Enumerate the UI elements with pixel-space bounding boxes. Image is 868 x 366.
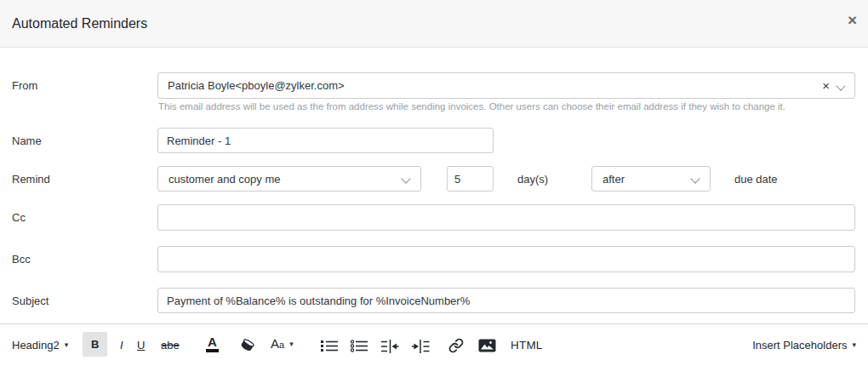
automated-reminders-dialog: Automated Reminders × From Patricia Boyl…: [0, 0, 868, 366]
strikethrough-button[interactable]: abe: [161, 340, 180, 351]
bullet-list-button[interactable]: [321, 340, 338, 356]
bcc-label: Bcc: [12, 253, 31, 266]
remind-when-value: after: [602, 173, 625, 186]
chevron-down-icon: [836, 81, 845, 90]
font-style-dropdown[interactable]: Aa▾: [271, 337, 294, 350]
insert-placeholders-label: Insert Placeholders: [752, 339, 847, 352]
outdent-icon: [381, 340, 399, 353]
heading-value: Heading2: [12, 339, 60, 352]
underline-button[interactable]: U: [137, 340, 145, 351]
chevron-down-icon: [690, 174, 700, 183]
bold-button[interactable]: B: [83, 332, 107, 357]
remind-when-select[interactable]: after: [591, 166, 711, 192]
name-input[interactable]: [157, 128, 494, 153]
background-color-button[interactable]: [239, 337, 256, 356]
caret-down-icon: ▾: [65, 340, 69, 349]
link-icon: [448, 338, 464, 353]
days-unit-label: day(s): [517, 173, 548, 186]
heading-dropdown[interactable]: Heading2▾: [12, 340, 68, 351]
due-date-label: due date: [734, 173, 778, 186]
remind-days-input[interactable]: [447, 166, 494, 192]
font-style-large: A: [271, 336, 279, 351]
from-label: From: [12, 79, 37, 92]
paint-bucket-icon: [239, 337, 256, 352]
insert-placeholders-dropdown[interactable]: Insert Placeholders▾: [752, 340, 856, 351]
bcc-input[interactable]: [157, 246, 855, 272]
from-helper-text: This email address will be used as the f…: [158, 101, 785, 112]
bullet-list-icon: [321, 340, 338, 352]
italic-button[interactable]: I: [120, 340, 123, 351]
from-select[interactable]: Patricia Boyle<pboyle@zylker.com> ×: [157, 72, 855, 99]
caret-down-icon: ▾: [852, 340, 856, 349]
caret-down-icon: ▾: [289, 340, 294, 348]
image-icon: [478, 339, 496, 352]
clear-icon[interactable]: ×: [822, 79, 830, 92]
subject-label: Subject: [12, 295, 49, 307]
page-title: Automated Reminders: [12, 16, 147, 31]
indent-icon: [412, 340, 430, 353]
subject-input[interactable]: [157, 288, 855, 313]
circle-list-icon: [351, 340, 368, 352]
remind-label: Remind: [12, 173, 50, 186]
editor-toolbar: Heading2▾ B I U abe A Aa▾: [0, 323, 868, 366]
circle-list-button[interactable]: [351, 340, 368, 356]
chevron-down-icon: [401, 174, 410, 183]
insert-link-button[interactable]: [448, 338, 464, 357]
remind-recipient-select[interactable]: customer and copy me: [157, 166, 421, 192]
remind-recipient-value: customer and copy me: [168, 173, 281, 186]
from-value: Patricia Boyle<pboyle@zylker.com>: [168, 79, 345, 92]
name-label: Name: [12, 134, 42, 147]
close-icon[interactable]: ×: [848, 12, 857, 28]
dialog-header: Automated Reminders ×: [0, 0, 868, 48]
indent-button[interactable]: [412, 340, 430, 357]
cc-label: Cc: [12, 211, 26, 224]
insert-image-button[interactable]: [478, 339, 496, 356]
font-style-small: a: [279, 340, 284, 350]
cc-input[interactable]: [157, 204, 855, 231]
html-view-button[interactable]: HTML: [511, 340, 543, 352]
font-color-button[interactable]: A: [206, 335, 219, 352]
outdent-button[interactable]: [381, 340, 399, 357]
